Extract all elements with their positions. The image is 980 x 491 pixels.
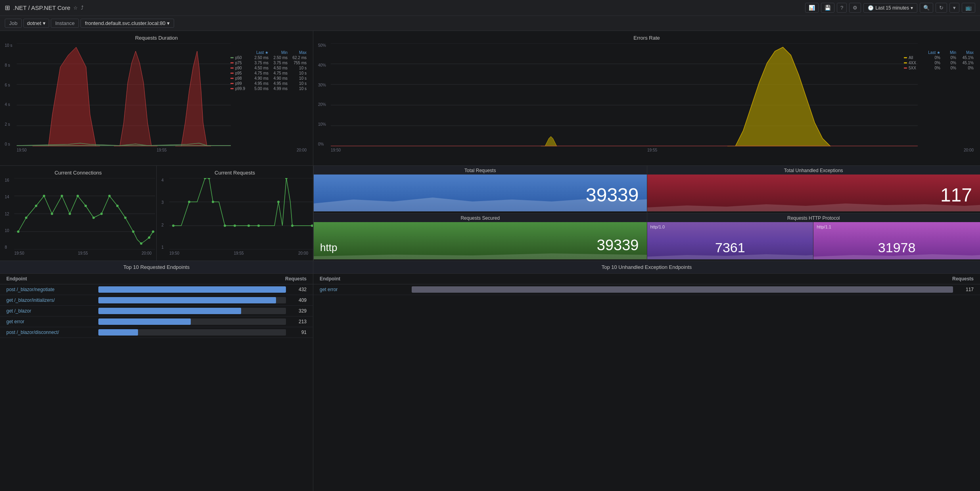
chevron-down-icon[interactable]: ▾ <box>949 3 959 13</box>
svg-point-35 <box>116 205 119 207</box>
table-row: get /_blazor 329 <box>0 306 313 316</box>
endpoint-link[interactable]: post /_blazor/disconnect/ <box>6 330 94 335</box>
y-label: 0% <box>318 142 329 146</box>
x-label: 20:00 <box>298 251 308 255</box>
row-count: 91 <box>291 330 307 335</box>
svg-point-25 <box>35 205 37 207</box>
requests-http-protocol-title: Requests HTTP Protocol <box>647 213 980 222</box>
time-range-button[interactable]: 🕐 Last 15 minutes ▾ <box>863 3 917 13</box>
table-row: get /_blazor/initializers/ 409 <box>0 295 313 306</box>
row-count: 329 <box>291 308 307 314</box>
requests-duration-title: Requests Duration <box>5 35 308 41</box>
endpoint-link[interactable]: get error <box>6 319 94 324</box>
row1: Requests Duration 10 s 8 s 6 s 4 s 2 s 0… <box>0 31 980 166</box>
svg-point-47 <box>204 178 206 179</box>
total-requests-title: Total Requests <box>314 166 647 175</box>
svg-marker-8 <box>175 51 211 146</box>
current-connections-title: Current Connections <box>5 170 152 176</box>
row-count: 213 <box>291 319 307 324</box>
add-panel-button[interactable]: 📊 <box>805 3 819 13</box>
row-count: 117 <box>958 287 974 292</box>
svg-point-30 <box>77 195 79 197</box>
svg-point-26 <box>43 195 45 197</box>
y-label: 40% <box>318 63 329 67</box>
svg-point-50 <box>224 224 226 227</box>
svg-point-57 <box>311 224 313 227</box>
y-label: 20% <box>318 102 329 107</box>
bar-container <box>98 297 286 303</box>
x-label: 19:55 <box>647 148 657 152</box>
y-label: 16 <box>5 178 13 182</box>
refresh-button[interactable]: ↻ <box>936 3 947 13</box>
svg-point-24 <box>25 217 27 219</box>
requests-secured-value: 39339 <box>597 237 639 254</box>
svg-marker-60 <box>314 253 647 259</box>
save-button[interactable]: 💾 <box>821 3 834 13</box>
x-label: 19:50 <box>14 251 24 255</box>
bar-container <box>98 286 286 293</box>
bar-fill <box>412 286 953 293</box>
y-label: 10% <box>318 122 329 127</box>
http10-value: 7361 <box>715 240 745 255</box>
errors-rate-title: Errors Rate <box>318 35 975 41</box>
zoom-out-button[interactable]: 🔍 <box>920 3 933 13</box>
x-label: 19:50 <box>17 148 27 152</box>
svg-point-46 <box>188 201 190 203</box>
x-label: 20:00 <box>142 251 152 255</box>
stat-panels-grid: Total Requests 39339 Total Unhandled Exc… <box>313 166 980 261</box>
http11-value: 31978 <box>878 240 916 255</box>
instance-select[interactable]: frontend.default.svc.cluster.local:80 ▾ <box>81 19 174 28</box>
errors-rate-legend: Last ★ Min Max All 0% 0% 45.1% 4XX <box>894 50 974 71</box>
endpoint-link[interactable]: get error <box>320 287 407 292</box>
y-label: 4 s <box>5 102 15 107</box>
bar-fill <box>98 318 191 325</box>
instance-value: frontend.default.svc.cluster.local:80 <box>85 20 165 26</box>
row-count: 409 <box>291 297 307 303</box>
http11-stat: http/1.1 31978 <box>813 222 980 259</box>
job-select[interactable]: dotnet ▾ <box>23 19 49 28</box>
endpoint-link[interactable]: get /_blazor/initializers/ <box>6 297 94 303</box>
connections-chart <box>14 178 155 249</box>
requests-duration-chart <box>17 43 231 146</box>
svg-point-48 <box>208 178 210 179</box>
endpoint-link[interactable]: get /_blazor <box>6 308 94 314</box>
errors-rate-panel: Errors Rate 50% 40% 30% 20% 10% 0% <box>313 31 980 165</box>
svg-point-39 <box>148 236 150 239</box>
y-label: 8 s <box>5 63 15 67</box>
svg-point-38 <box>140 242 142 245</box>
total-requests-panel: Total Requests 39339 <box>313 166 647 213</box>
chevron-down-icon: ▾ <box>911 5 913 11</box>
job-value: dotnet <box>27 20 41 26</box>
requests-col-header: Requests <box>285 276 307 282</box>
settings-button[interactable]: ⚙ <box>849 3 861 13</box>
bar-container <box>98 308 286 314</box>
svg-point-37 <box>132 230 134 233</box>
svg-point-36 <box>124 217 127 219</box>
x-label: 20:00 <box>297 148 307 152</box>
svg-point-51 <box>234 224 236 227</box>
help-button[interactable]: ? <box>837 3 847 13</box>
svg-point-52 <box>247 224 250 227</box>
svg-point-56 <box>291 224 293 227</box>
svg-point-28 <box>61 195 63 197</box>
bar-fill <box>98 329 138 336</box>
endpoint-link[interactable]: post /_blazor/negotiate <box>6 287 94 292</box>
tv-button[interactable]: 📺 <box>962 3 975 13</box>
svg-point-33 <box>100 213 103 215</box>
y-label: 3 <box>161 200 168 205</box>
y-label: 0 s <box>5 142 15 146</box>
svg-point-34 <box>108 195 111 197</box>
requests-col-header: Requests <box>952 276 974 282</box>
y-label: 6 s <box>5 83 15 87</box>
table-row: get error 213 <box>0 316 313 327</box>
time-range-label: Last 15 minutes <box>875 5 909 11</box>
svg-point-31 <box>84 205 87 207</box>
y-label: 2 <box>161 223 168 227</box>
requests-duration-legend: Last ★ Min Max p50 2.50 ms 2.50 ms 62.2 … <box>219 50 307 92</box>
bar-fill <box>98 286 286 293</box>
x-label: 19:50 <box>331 148 341 152</box>
page-title: .NET / ASP.NET Core <box>13 4 70 11</box>
star-icon[interactable]: ☆ <box>73 5 78 11</box>
y-label: 12 <box>5 212 13 216</box>
share-icon[interactable]: ⤴ <box>81 5 84 11</box>
